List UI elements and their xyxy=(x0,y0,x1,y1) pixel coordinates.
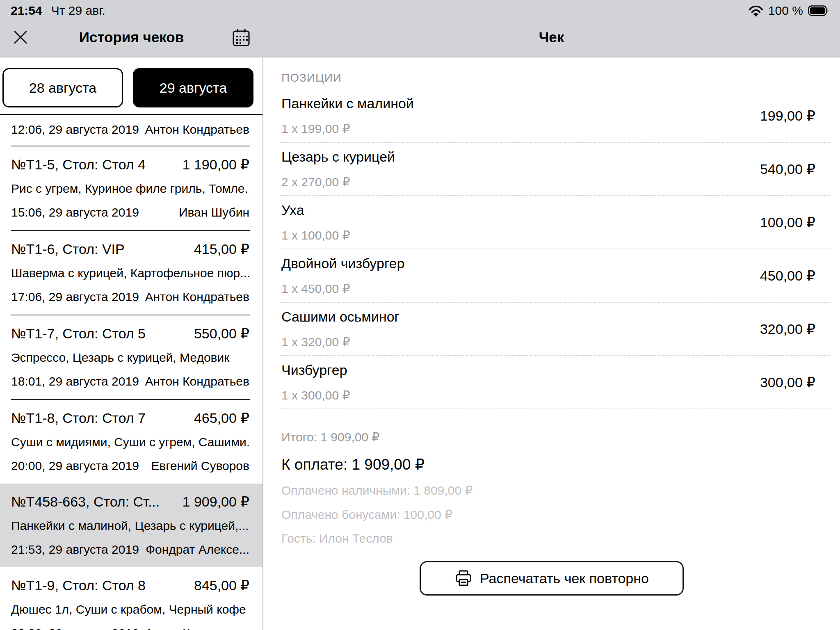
receipt-waiter: Антон Кондратьев xyxy=(145,290,249,304)
receipt-total: 1 909,00 ₽ xyxy=(183,493,249,510)
position-name: Панкейки с малиной xyxy=(281,96,414,112)
close-button[interactable] xyxy=(13,30,28,45)
receipt-list-item[interactable]: №Т1-6, Стол: VIP 415,00 ₽ Шаверма с кури… xyxy=(0,231,262,315)
receipt-datetime: 15:06, 29 августа 2019 xyxy=(11,205,139,219)
receipt-total: 415,00 ₽ xyxy=(194,241,249,257)
position-name: Уха xyxy=(281,202,350,218)
receipt-title: №Т1-6, Стол: VIP xyxy=(11,241,125,257)
position-row: Чизбургер 1 x 300,00 ₽ 300,00 ₽ xyxy=(280,356,830,409)
receipt-total: 465,00 ₽ xyxy=(194,410,249,426)
receipt-datetime: 18:01, 29 августа 2019 xyxy=(11,374,139,388)
subtotal-line: Итого: 1 909,00 ₽ xyxy=(281,430,815,444)
position-qty: 1 x 100,00 ₽ xyxy=(281,228,350,242)
totals-block: Итого: 1 909,00 ₽ К оплате: 1 909,00 ₽ О… xyxy=(281,430,815,546)
receipt-title: №Т458-663, Стол: Ст... xyxy=(11,494,160,510)
wifi-icon xyxy=(749,5,763,16)
receipt-total: 550,00 ₽ xyxy=(194,325,249,342)
position-row: Сашими осьминог 1 x 320,00 ₽ 320,00 ₽ xyxy=(280,303,830,356)
receipt-items-preview: Рис с угрем, Куриное филе гриль, Томле..… xyxy=(11,182,249,196)
receipt-datetime: 17:06, 29 августа 2019 xyxy=(11,290,139,304)
receipt-title: №Т1-5, Стол: Стол 4 xyxy=(11,157,146,173)
receipt-items-preview: Дюшес 1л, Суши с крабом, Черный кофе xyxy=(11,603,249,616)
receipt-title: №Т1-9, Стол: Стол 8 xyxy=(11,578,146,593)
status-bar: 21:54 Чт 29 авг. 100 % xyxy=(0,0,840,18)
status-time: 21:54 xyxy=(11,4,42,18)
page-title: История чеков xyxy=(79,29,184,46)
paid-cash-line: Оплачено наличными: 1 809,00 ₽ xyxy=(281,483,815,498)
position-name: Двойной чизбургер xyxy=(281,256,404,272)
receipt-detail-panel: ПОЗИЦИИ Панкейки с малиной 1 x 199,00 ₽ … xyxy=(263,57,840,630)
receipt-waiter: Антон Кондратьев xyxy=(145,123,249,137)
receipt-title: №Т1-7, Стол: Стол 5 xyxy=(11,326,146,342)
left-header: История чеков xyxy=(0,18,263,57)
position-qty: 1 x 450,00 ₽ xyxy=(281,281,404,296)
date-filter-29[interactable]: 29 августа xyxy=(133,68,253,107)
receipt-items-preview: Шаверма с курицей, Картофельное пюр... xyxy=(11,266,249,280)
right-header: Чек xyxy=(263,18,840,57)
calendar-icon xyxy=(232,27,251,47)
receipt-total: 1 190,00 ₽ xyxy=(183,156,249,173)
date-filter-group: 28 августа 29 августа xyxy=(0,57,262,114)
position-row: Двойной чизбургер 1 x 450,00 ₽ 450,00 ₽ xyxy=(280,249,830,303)
receipt-list-item[interactable]: №Т1-8, Стол: Стол 7 465,00 ₽ Суши с миди… xyxy=(0,400,262,484)
position-name: Чизбургер xyxy=(281,362,350,378)
receipt-datetime: 12:06, 29 августа 2019 xyxy=(11,123,139,137)
receipt-datetime: 20:00, 29 августа 2019 xyxy=(11,459,139,473)
position-price: 320,00 ₽ xyxy=(760,321,815,337)
position-qty: 1 x 320,00 ₽ xyxy=(281,335,399,349)
battery-icon xyxy=(808,5,829,16)
position-qty: 2 x 270,00 ₽ xyxy=(281,175,395,189)
receipt-items-preview: Эспрессо, Цезарь с курицей, Медовик xyxy=(11,351,249,365)
position-name: Сашими осьминог xyxy=(281,309,399,325)
receipt-panel-title: Чек xyxy=(539,29,564,46)
position-row: Цезарь с курицей 2 x 270,00 ₽ 540,00 ₽ xyxy=(280,143,830,196)
top-bar: 21:54 Чт 29 авг. 100 % xyxy=(0,0,840,57)
receipt-waiter: Иван Шубин xyxy=(179,205,249,219)
to-pay-line: К оплате: 1 909,00 ₽ xyxy=(281,456,815,473)
status-date: Чт 29 авг. xyxy=(51,4,105,18)
app-screen: 21:54 Чт 29 авг. 100 % xyxy=(0,0,840,630)
receipt-list-item[interactable]: №Т1-5, Стол: Стол 4 1 190,00 ₽ Рис с угр… xyxy=(0,146,262,230)
position-qty: 1 x 199,00 ₽ xyxy=(281,121,414,136)
position-name: Цезарь с курицей xyxy=(281,149,395,165)
receipt-datetime: 21:53, 29 августа 2019 xyxy=(11,543,139,557)
close-icon xyxy=(13,30,28,45)
receipt-history-panel[interactable]: 28 августа 29 августа 12:06, 29 августа … xyxy=(0,57,262,630)
position-price: 199,00 ₽ xyxy=(760,107,815,124)
positions-section-label: ПОЗИЦИИ xyxy=(281,71,840,84)
position-price: 450,00 ₽ xyxy=(760,267,815,284)
position-price: 300,00 ₽ xyxy=(760,374,815,390)
position-row: Панкейки с малиной 1 x 199,00 ₽ 199,00 ₽ xyxy=(280,89,830,143)
receipt-items-preview: Панкейки с малиной, Цезарь с курицей,... xyxy=(11,519,249,533)
receipt-waiter: Фондрат Алексе... xyxy=(146,543,249,557)
receipt-list[interactable]: 12:06, 29 августа 2019 Антон Кондратьев … xyxy=(0,115,262,630)
printer-icon xyxy=(454,569,472,587)
receipt-items-preview: Суши с мидиями, Суши с угрем, Сашими... xyxy=(11,435,249,449)
position-list: Панкейки с малиной 1 x 199,00 ₽ 199,00 ₽… xyxy=(263,89,840,409)
receipt-list-item[interactable]: №Т458-663, Стол: Ст... 1 909,00 ₽ Панкей… xyxy=(0,484,262,567)
guest-line: Гость: Илон Теслов xyxy=(281,532,815,546)
receipt-title: №Т1-8, Стол: Стол 7 xyxy=(11,410,146,426)
receipt-list-item[interactable]: №Т1-7, Стол: Стол 5 550,00 ₽ Эспрессо, Ц… xyxy=(0,315,262,399)
paid-bonus-line: Оплачено бонусами: 100,00 ₽ xyxy=(281,507,815,522)
position-qty: 1 x 300,00 ₽ xyxy=(281,388,350,402)
position-row: Уха 1 x 100,00 ₽ 100,00 ₽ xyxy=(280,196,830,249)
receipt-row-partial[interactable]: 12:06, 29 августа 2019 Антон Кондратьев xyxy=(0,115,262,146)
print-receipt-button[interactable]: Распечатать чек повторно xyxy=(420,561,684,596)
battery-percent: 100 % xyxy=(768,4,803,18)
receipt-total: 845,00 ₽ xyxy=(194,577,249,593)
receipt-list-item[interactable]: №Т1-9, Стол: Стол 8 845,00 ₽ Дюшес 1л, С… xyxy=(0,567,262,630)
calendar-button[interactable] xyxy=(232,27,251,47)
position-price: 540,00 ₽ xyxy=(760,161,815,177)
date-filter-28[interactable]: 28 августа xyxy=(2,68,123,107)
position-price: 100,00 ₽ xyxy=(760,214,815,231)
receipt-waiter: Евгений Суворов xyxy=(151,459,249,473)
print-button-label: Распечатать чек повторно xyxy=(480,571,649,587)
receipt-datetime: 22:30, 29 августа 2019 xyxy=(11,626,139,630)
receipt-waiter: Антон Кондратьев xyxy=(145,374,249,388)
receipt-waiter: Антон Кондратьев xyxy=(145,626,249,630)
